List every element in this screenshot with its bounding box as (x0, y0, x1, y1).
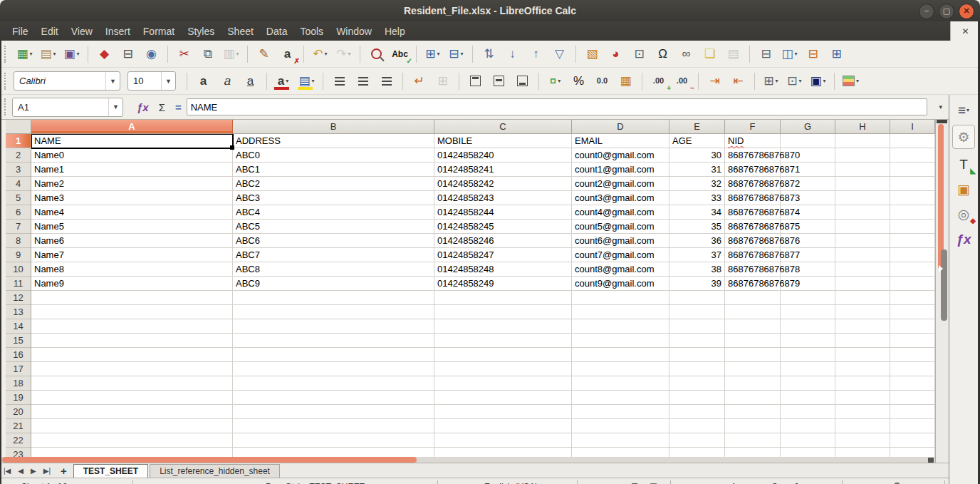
row-header-9[interactable]: 9 (6, 248, 31, 262)
print-preview-button[interactable]: ◉ (140, 44, 162, 64)
sidebar-settings-button[interactable]: ≡▾ (953, 100, 974, 120)
bold-button[interactable]: a (192, 71, 214, 91)
cell-E10[interactable]: 38 (669, 262, 721, 277)
dropdown-arrow-icon[interactable]: ▾ (77, 51, 80, 57)
align-center-button[interactable] (352, 71, 374, 91)
menu-window[interactable]: Window (330, 23, 378, 40)
row-header-5[interactable]: 5 (6, 191, 31, 205)
name-box[interactable]: A1 ▼ (12, 98, 123, 117)
currency-button[interactable]: ¤▾ (544, 71, 566, 91)
cell-B11[interactable]: ABC9 (236, 277, 260, 291)
maximize-button[interactable]: ▢ (939, 4, 954, 19)
row-header-13[interactable]: 13 (6, 305, 31, 319)
dropdown-arrow-icon[interactable]: ▾ (236, 51, 239, 57)
column-header-H[interactable]: H (835, 120, 890, 134)
cell-B8[interactable]: ABC6 (236, 234, 260, 248)
menu-help[interactable]: Help (378, 23, 412, 40)
cell-C11[interactable]: 01424858249 (437, 277, 494, 291)
cell-B6[interactable]: ABC4 (236, 205, 260, 220)
column-header-C[interactable]: C (434, 120, 572, 134)
cell-E2[interactable]: 30 (669, 148, 721, 163)
row-header-22[interactable]: 22 (6, 433, 31, 448)
cell-C1[interactable]: MOBILE (437, 134, 472, 148)
cell-D10[interactable]: count8@gmail.com (575, 262, 654, 277)
cell-E9[interactable]: 37 (669, 248, 721, 262)
cell-D9[interactable]: count7@gmail.com (575, 248, 654, 262)
cell-C3[interactable]: 01424858241 (437, 163, 494, 177)
cell-F3[interactable]: 86876786876871 (728, 163, 800, 177)
border-style-button[interactable]: ⊡▾ (783, 71, 806, 91)
hyperlink-button[interactable]: ∞ (675, 44, 697, 64)
cut-button[interactable]: ✂ (173, 44, 195, 64)
sidebar-functions-button[interactable]: ƒx (953, 229, 974, 249)
sort-button[interactable]: ⇅ (478, 44, 500, 64)
font-size-combo[interactable]: 10 ▼ (127, 71, 176, 91)
clear-formatting-button[interactable]: a✗ (276, 44, 298, 64)
row-header-19[interactable]: 19 (6, 391, 31, 405)
cell-B4[interactable]: ABC2 (236, 177, 260, 191)
align-left-button[interactable] (328, 71, 350, 91)
cell-A3[interactable]: Name1 (34, 163, 64, 177)
cell-F7[interactable]: 86876786876875 (728, 220, 800, 234)
align-right-button[interactable] (375, 71, 397, 91)
last-sheet-button[interactable]: ▶| (40, 464, 54, 478)
next-sheet-button[interactable]: ▶ (27, 464, 40, 478)
menu-sheet[interactable]: Sheet (221, 23, 260, 40)
conditional-formatting-button[interactable]: ▾ (840, 71, 862, 91)
save-button[interactable]: ▣▾ (61, 44, 83, 64)
align-vcenter-button[interactable] (488, 71, 510, 91)
chevron-down-icon[interactable]: ▼ (108, 98, 123, 116)
row-header-3[interactable]: 3 (6, 163, 31, 177)
cell-A10[interactable]: Name8 (34, 262, 64, 277)
cell-A11[interactable]: Name9 (34, 277, 64, 291)
row-header-11[interactable]: 11 (6, 277, 31, 291)
export-pdf-button[interactable]: ◆ (93, 44, 115, 64)
select-all-corner[interactable] (6, 120, 31, 134)
dropdown-arrow-icon[interactable]: ▾ (776, 78, 778, 84)
cell-B2[interactable]: ABC0 (236, 148, 260, 163)
row-header-15[interactable]: 15 (6, 334, 31, 348)
selection-mode-icon[interactable]: ⊡ (631, 481, 638, 484)
row-header-4[interactable]: 4 (6, 177, 31, 191)
underline-button[interactable]: a (239, 71, 261, 91)
toolbar-grip[interactable] (4, 98, 9, 115)
column-header-I[interactable]: I (890, 120, 935, 134)
sum-icon[interactable]: Σ (159, 101, 165, 113)
cell-B10[interactable]: ABC8 (236, 262, 260, 277)
row-header-16[interactable]: 16 (6, 348, 31, 362)
freeze-rows-columns-button[interactable]: ◫▾ (778, 44, 801, 64)
sort-ascending-button[interactable]: ↓ (501, 44, 523, 64)
row-header-20[interactable]: 20 (6, 405, 31, 419)
sidebar-navigator-button[interactable]: ◎◆ (953, 204, 974, 224)
menu-styles[interactable]: Styles (181, 23, 221, 40)
cell-E6[interactable]: 34 (669, 205, 721, 220)
font-name-combo[interactable]: Calibri ▼ (14, 71, 120, 91)
cell-E1[interactable]: AGE (672, 134, 692, 148)
dropdown-arrow-icon[interactable]: ▾ (558, 78, 561, 84)
cell-B5[interactable]: ABC3 (236, 191, 260, 205)
dropdown-arrow-icon[interactable]: ▾ (30, 51, 33, 57)
row-header-17[interactable]: 17 (6, 362, 31, 376)
copy-button[interactable]: ⧉ (197, 44, 219, 64)
sidebar-gallery-button[interactable]: ▣ (953, 179, 974, 199)
border-color-button[interactable]: ▣▾ (807, 71, 829, 91)
dropdown-arrow-icon[interactable]: ▾ (461, 51, 464, 57)
column-header-A[interactable]: A (31, 120, 233, 134)
row-header-10[interactable]: 10 (6, 262, 31, 277)
date-format-button[interactable]: ▦ (615, 71, 637, 91)
percent-button[interactable]: % (568, 71, 590, 91)
cell-A5[interactable]: Name3 (34, 191, 64, 205)
fill-handle[interactable] (230, 145, 234, 150)
insert-chart-button[interactable]: ◕ (605, 44, 627, 64)
cell-C9[interactable]: 01424858247 (437, 248, 494, 262)
row-header-8[interactable]: 8 (6, 234, 31, 248)
dropdown-arrow-icon[interactable]: ▾ (795, 51, 798, 57)
new-button[interactable]: ▦▾ (14, 44, 36, 64)
cell-F4[interactable]: 86876786876872 (728, 177, 800, 191)
vertical-split-handle[interactable] (937, 120, 947, 123)
cell-B9[interactable]: ABC7 (236, 248, 260, 262)
cell-F10[interactable]: 86876786876878 (728, 262, 800, 277)
formula-icon[interactable]: = (175, 101, 182, 113)
align-top-button[interactable] (464, 71, 486, 91)
menu-edit[interactable]: Edit (35, 23, 65, 40)
